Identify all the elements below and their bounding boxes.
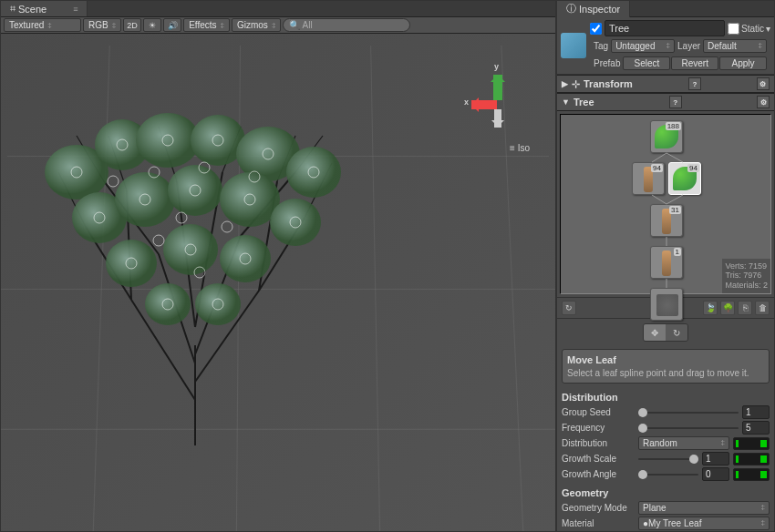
svg-point-14	[145, 283, 191, 325]
branch-group-node[interactable]: 1	[650, 246, 683, 279]
geometry-mode-dropdown[interactable]: Plane	[638, 501, 770, 515]
frequency-slider[interactable]	[638, 424, 739, 433]
branch-group-node[interactable]: 31	[650, 204, 683, 237]
rgb-dropdown[interactable]: RGB	[83, 18, 121, 32]
orientation-gizmo[interactable]: x y	[464, 75, 528, 138]
effects-dropdown[interactable]: Effects	[183, 18, 230, 32]
refresh-icon[interactable]: ↻	[562, 301, 576, 315]
group-seed-field[interactable]: 1	[742, 405, 770, 419]
help-icon[interactable]: ?	[688, 77, 701, 90]
prefab-apply-button[interactable]: Apply	[719, 56, 767, 70]
tree-root-node[interactable]	[650, 288, 683, 321]
svg-point-38	[153, 235, 164, 246]
iso-label: ≡ Iso	[510, 143, 530, 153]
static-checkbox[interactable]	[728, 23, 739, 35]
svg-point-37	[222, 221, 232, 232]
tool-mode-toggle[interactable]: ✥ ↻	[643, 323, 688, 342]
growth-angle-field[interactable]: 0	[702, 467, 729, 481]
transform-component-header[interactable]: ▶⊹Transform ?⚙	[557, 75, 774, 93]
distribution-section: Distribution	[557, 386, 774, 404]
frequency-field[interactable]: 5	[742, 421, 770, 435]
audio-toggle-icon[interactable]: 🔊	[163, 18, 181, 32]
enabled-checkbox[interactable]	[590, 23, 602, 35]
add-branch-icon[interactable]: 🌳	[720, 301, 735, 315]
rotate-tool-icon[interactable]: ↻	[666, 324, 687, 341]
distribution-dropdown[interactable]: Random	[638, 436, 729, 450]
leaf-group-node-selected[interactable]: 94	[668, 162, 701, 195]
growth-scale-slider[interactable]	[638, 455, 698, 464]
help-box: Move Leaf Select a leaf spline point and…	[562, 349, 770, 384]
svg-point-7	[115, 172, 175, 227]
search-input[interactable]: 🔍 All	[283, 18, 410, 32]
mode-2d-toggle[interactable]: 2D	[123, 18, 141, 32]
distribution-curve[interactable]	[733, 437, 770, 450]
leaf-group-node[interactable]: 188	[650, 120, 683, 153]
gizmo-y-axis[interactable]	[493, 75, 502, 100]
growth-scale-field[interactable]: 1	[702, 452, 729, 466]
svg-point-2	[136, 113, 200, 168]
layer-dropdown[interactable]: Default	[703, 39, 767, 53]
object-name-field[interactable]: Tree	[604, 20, 725, 36]
inspector-tab[interactable]: ⓘ Inspector	[557, 0, 630, 17]
svg-point-13	[220, 235, 271, 282]
tree-hierarchy[interactable]: 188 94 94 31 1 Verts: 7159 Tris: 7976 Ma…	[560, 114, 771, 294]
svg-point-32	[108, 176, 119, 187]
scene-tab-bar: ⌗ Scene	[1, 1, 555, 17]
svg-point-15	[195, 283, 241, 325]
tree-component-header[interactable]: ▼Tree ?⚙	[557, 93, 774, 111]
prefab-select-button[interactable]: Select	[623, 56, 670, 70]
tag-dropdown[interactable]: Untagged	[611, 39, 675, 53]
material-field[interactable]: ● My Tree Leaf	[638, 517, 770, 530]
help-icon[interactable]: ?	[669, 96, 682, 108]
group-seed-slider[interactable]	[638, 408, 739, 417]
tree-stats: Verts: 7159 Tris: 7976 Materials: 2	[722, 259, 770, 293]
svg-point-5	[286, 147, 341, 198]
duplicate-icon[interactable]: ⎘	[738, 301, 752, 315]
gizmo-z-axis[interactable]	[494, 109, 501, 128]
scene-tab[interactable]: ⌗ Scene	[1, 1, 88, 16]
gizmo-x-axis[interactable]	[471, 100, 497, 109]
trash-icon[interactable]: 🗑	[755, 301, 770, 315]
scene-toolbar: Textured RGB 2D ☀ 🔊 Effects Gizmos 🔍 All	[1, 17, 555, 34]
light-toggle-icon[interactable]: ☀	[143, 18, 161, 32]
geometry-section: Geometry	[557, 482, 774, 500]
gameobject-icon[interactable]	[561, 33, 586, 58]
move-tool-icon[interactable]: ✥	[644, 324, 666, 341]
gizmos-dropdown[interactable]: Gizmos	[232, 18, 281, 32]
svg-point-12	[163, 224, 218, 275]
svg-point-11	[106, 240, 157, 287]
shaded-dropdown[interactable]: Textured	[4, 18, 81, 32]
scene-viewport[interactable]: x y ≡ Iso	[1, 34, 555, 531]
svg-point-10	[270, 199, 321, 246]
growth-scale-curve[interactable]	[733, 453, 770, 466]
inspector-tab-bar: ⓘ Inspector	[557, 1, 774, 17]
prefab-revert-button[interactable]: Revert	[671, 56, 718, 70]
gear-icon[interactable]: ⚙	[757, 96, 770, 108]
add-leaf-icon[interactable]: 🍃	[703, 301, 718, 315]
tree-mesh[interactable]	[22, 90, 368, 455]
branch-group-node[interactable]: 94	[632, 162, 665, 195]
growth-angle-curve[interactable]	[733, 468, 770, 481]
growth-angle-slider[interactable]	[638, 470, 698, 479]
gear-icon[interactable]: ⚙	[757, 77, 770, 90]
svg-point-8	[168, 165, 222, 216]
